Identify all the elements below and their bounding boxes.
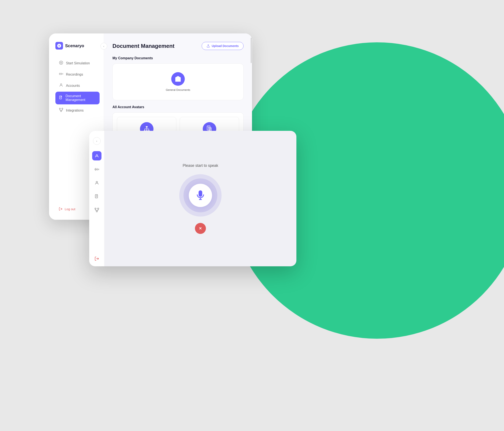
sidebar-item-document-management[interactable]: Document Management xyxy=(55,92,99,104)
sim-main: Please start to speak × xyxy=(104,131,297,266)
sim-sidebar-recordings-btn[interactable] xyxy=(92,165,101,174)
scene-wrapper: Scenaryo ‹ Start Simulation xyxy=(41,25,463,406)
svg-point-1 xyxy=(61,62,62,64)
integrations-icon xyxy=(59,108,63,113)
svg-rect-22 xyxy=(146,126,148,127)
sidebar-collapse-btn[interactable]: ‹ xyxy=(100,43,107,49)
my-company-docs-section: My Company Documents General Documents xyxy=(112,56,243,100)
sidebar-logo: Scenaryo xyxy=(55,42,99,49)
sim-integrations-icon xyxy=(94,208,99,212)
svg-line-54 xyxy=(95,210,97,211)
upload-btn-label: Upload Documents xyxy=(212,44,239,48)
logout-label: Log out xyxy=(65,207,75,211)
svg-rect-50 xyxy=(98,208,99,209)
document-management-icon xyxy=(59,95,63,101)
sim-sidebar-home-btn[interactable] xyxy=(92,151,101,160)
sim-home-icon xyxy=(94,153,99,158)
svg-line-55 xyxy=(97,210,98,211)
logout-icon xyxy=(59,207,63,211)
svg-rect-13 xyxy=(59,108,61,109)
sidebar-label-start-simulation: Start Simulation xyxy=(66,61,90,65)
page-title: Document Management xyxy=(112,43,174,49)
simulation-window: › xyxy=(89,131,297,266)
sidebar-label-document-management: Document Management xyxy=(65,94,96,102)
sim-sidebar-integrations-btn[interactable] xyxy=(92,205,101,215)
scrollbar-thumb[interactable] xyxy=(251,38,252,63)
close-btn-label: × xyxy=(199,226,202,231)
recordings-icon xyxy=(59,72,63,77)
general-documents-icon xyxy=(171,72,185,86)
svg-point-8 xyxy=(61,84,62,85)
app-name: Scenaryo xyxy=(65,43,84,48)
sidebar-item-start-simulation[interactable]: Start Simulation xyxy=(55,58,99,68)
sim-sidebar-docs-btn[interactable] xyxy=(92,192,101,201)
mic-inner-button[interactable] xyxy=(189,184,212,207)
upload-icon xyxy=(207,44,210,48)
sim-sidebar: › xyxy=(89,131,104,266)
sidebar-label-integrations: Integrations xyxy=(66,109,84,112)
sidebar-label-recordings: Recordings xyxy=(66,73,83,76)
content-header: Document Management Upload Documents xyxy=(112,42,243,50)
sim-collapse-btn[interactable]: › xyxy=(93,137,101,145)
sidebar-label-accounts: Accounts xyxy=(66,84,80,88)
mic-middle xyxy=(183,178,217,212)
my-company-docs-card: General Documents xyxy=(112,64,243,100)
close-simulation-button[interactable]: × xyxy=(195,223,206,234)
app-logo-icon xyxy=(55,42,63,49)
svg-line-19 xyxy=(61,110,62,111)
svg-rect-51 xyxy=(96,211,98,212)
logo-svg xyxy=(57,43,62,48)
mic-outer xyxy=(179,174,222,216)
sim-docs-icon xyxy=(94,194,99,199)
all-account-avatars-title: All Account Avatars xyxy=(112,105,243,109)
sidebar-item-accounts[interactable]: Accounts xyxy=(55,80,99,91)
general-documents-item[interactable]: General Documents xyxy=(117,68,239,96)
sidebar-item-recordings[interactable]: Recordings xyxy=(55,69,99,80)
sim-recordings-icon xyxy=(94,167,99,172)
speak-prompt: Please start to speak xyxy=(183,163,218,168)
accounts-icon xyxy=(59,83,63,88)
svg-line-18 xyxy=(60,110,61,111)
sim-sidebar-accounts-btn[interactable] xyxy=(92,178,101,187)
svg-point-0 xyxy=(59,61,63,65)
microphone-icon xyxy=(195,190,206,201)
sidebar-item-integrations[interactable]: Integrations xyxy=(55,105,99,116)
sim-logout-btn[interactable] xyxy=(94,256,99,262)
svg-point-44 xyxy=(96,181,98,183)
building-icon xyxy=(174,75,182,83)
svg-rect-15 xyxy=(61,111,62,112)
sim-logout-icon xyxy=(94,256,99,261)
upload-documents-button[interactable]: Upload Documents xyxy=(202,42,243,50)
svg-rect-49 xyxy=(95,208,96,209)
svg-rect-14 xyxy=(62,108,63,109)
my-company-docs-title: My Company Documents xyxy=(112,56,243,60)
general-documents-label: General Documents xyxy=(166,88,190,92)
sim-accounts-icon xyxy=(94,181,99,185)
start-simulation-icon xyxy=(59,61,63,66)
